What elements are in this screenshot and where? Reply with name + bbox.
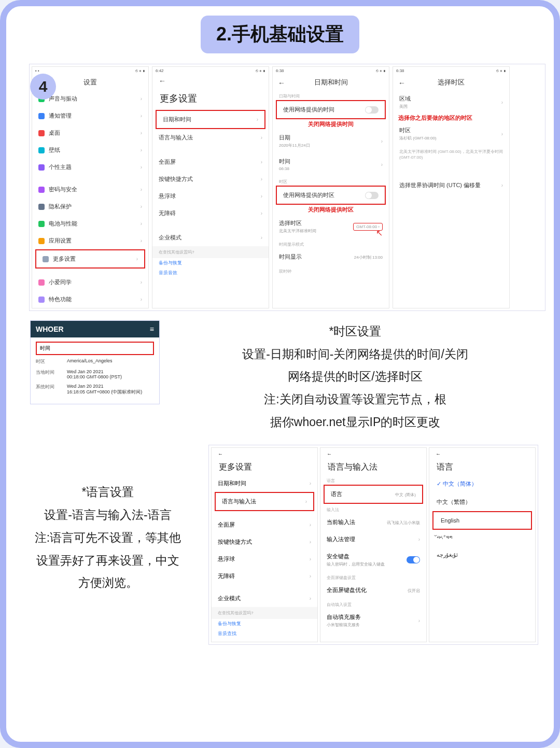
item-fullscreen[interactable]: 全面屏› xyxy=(152,153,269,171)
annotation-select-region: 选择你之后要做的地区的时区 xyxy=(393,114,509,122)
section-tz: 时区 xyxy=(273,176,389,186)
item-apps[interactable]: 应用设置› xyxy=(32,232,148,249)
item-time[interactable]: 时间06:38› xyxy=(273,153,389,176)
status-bar: 6:42⎋ ◈ ▮ xyxy=(152,67,269,75)
footer-question: 在查找其他设置吗? xyxy=(212,607,317,619)
item-region[interactable]: 区域美国› xyxy=(393,90,509,114)
item-enterprise[interactable]: 企业模式› xyxy=(212,590,317,607)
item-autofill[interactable]: 自动填充服务小米智能填充服务› xyxy=(320,609,426,632)
lang-en[interactable]: English xyxy=(433,512,531,529)
back-icon[interactable]: ← xyxy=(436,451,441,457)
link-backup[interactable]: 备份与恢复 xyxy=(212,619,317,629)
section-display: 时间显示模式 xyxy=(273,238,389,248)
item-enterprise[interactable]: 企业模式› xyxy=(152,229,269,246)
item-datetime[interactable]: 日期和时间› xyxy=(212,475,317,492)
back-icon[interactable]: ← xyxy=(278,79,285,87)
item-floatball[interactable]: 悬浮球› xyxy=(152,188,269,205)
switch-icon[interactable] xyxy=(365,106,379,114)
item-utc-offset[interactable]: 选择世界协调时间 (UTC) 偏移量› xyxy=(393,177,509,194)
menu-icon[interactable]: ≡ xyxy=(150,325,154,333)
back-icon[interactable]: ← xyxy=(398,79,405,87)
screenshot-row-2: ← 更多设置 日期和时间› 语言与输入法› 全面屏› 按键快捷方式› 悬浮球› … xyxy=(208,445,538,645)
item-shortcuts[interactable]: 按键快捷方式› xyxy=(152,171,269,188)
screen-title: 更多设置 xyxy=(212,460,317,475)
link-audio[interactable]: 音质音效 xyxy=(152,268,269,278)
phone-language-ime: ← 语言与输入法 语言 语言中文 (简体) 输入法 当前输入法讯飞输入法小米版 … xyxy=(320,447,427,642)
screen-title: 语言 xyxy=(429,460,535,475)
section-datetime: 日期与时间 xyxy=(273,90,389,100)
item-privacy[interactable]: 隐私保护› xyxy=(32,198,148,215)
timezone-explain-text: *时区设置 设置-日期和时间-关闭网络提供的时间/关闭 网络提供的时区/选择时区… xyxy=(170,320,545,433)
screen-title: ←日期和时间 xyxy=(273,75,389,90)
item-language-ime[interactable]: 语言与输入法› xyxy=(216,493,313,510)
language-explain-text: *语言设置 设置-语言与输入法-语言 注:语言可先不设置，等其他 设置弄好了再来… xyxy=(15,445,201,645)
item-datetime[interactable]: 日期和时间› xyxy=(157,111,264,128)
item-ime-manage[interactable]: 输入法管理› xyxy=(320,531,426,548)
item-battery[interactable]: 电池与性能› xyxy=(32,215,148,232)
item-special[interactable]: 特色功能› xyxy=(32,291,148,308)
tutorial-card: 2.手机基础设置 4 ▪ ▪⎋ ◈ ▮ 设置 声音与振动› 通知管理› 桌面› … xyxy=(0,0,560,748)
whoer-tab-time[interactable]: 时间 xyxy=(36,342,154,355)
item-notif[interactable]: 通知管理› xyxy=(32,107,148,124)
annotation-close-net-time: 关闭网络提供时间 xyxy=(273,119,389,129)
annotation-close-net-tz: 关闭网络提供时区 xyxy=(273,205,389,215)
settings-list: 声音与振动› 通知管理› 桌面› 壁纸› 个性主题› 密码与安全› 隐私保护› … xyxy=(32,90,148,308)
phone-settings: ▪ ▪⎋ ◈ ▮ 设置 声音与振动› 通知管理› 桌面› 壁纸› 个性主题› 密… xyxy=(32,66,149,308)
switch-icon[interactable] xyxy=(407,556,420,563)
toggle-net-tz[interactable]: 使用网络提供的时区 xyxy=(277,187,385,204)
status-bar: ▪ ▪⎋ ◈ ▮ xyxy=(32,67,148,75)
item-current-ime[interactable]: 当前输入法讯飞输入法小米版 xyxy=(320,514,426,531)
phone-datetime: 6:38⎋ ◈ ▮ ←日期和时间 日期与时间 使用网络提供的时间 关闭网络提供时… xyxy=(272,66,389,308)
screen-title: 语言与输入法 xyxy=(320,460,426,475)
highlight-language-ime: 语言与输入法› xyxy=(215,492,314,511)
back-icon[interactable]: ← xyxy=(218,451,223,457)
highlight-english: English xyxy=(432,511,532,530)
cursor-icon: ↖ xyxy=(376,228,383,238)
section-dualclock: 双时钟 xyxy=(273,265,389,275)
section-ime: 输入法 xyxy=(320,504,426,514)
phone-select-tz: 6:38⎋ ◈ ▮ ←选择时区 区域美国› 选择你之后要做的地区的时区 时区洛杉… xyxy=(393,66,510,308)
section-fullkb: 全面屏键盘设置 xyxy=(320,572,426,582)
switch-icon[interactable] xyxy=(365,192,379,199)
step-badge: 4 xyxy=(30,74,56,100)
item-floatball[interactable]: 悬浮球› xyxy=(212,551,317,568)
lang-zh-cn[interactable]: ✓ 中文（简体） xyxy=(429,475,535,493)
whoer-row-tz: 时区America/Los_Angeles xyxy=(36,356,154,367)
phone-more-settings-2: ← 更多设置 日期和时间› 语言与输入法› 全面屏› 按键快捷方式› 悬浮球› … xyxy=(211,447,318,642)
back-icon[interactable]: ← xyxy=(327,451,332,457)
item-date[interactable]: 日期2020年11月24日› xyxy=(273,129,389,153)
item-accessibility[interactable]: 无障碍› xyxy=(152,205,269,222)
item-shortcuts[interactable]: 按键快捷方式› xyxy=(212,533,317,551)
item-timezone[interactable]: 时区洛杉矶 (GMT-08:00)› xyxy=(393,122,509,146)
item-accessibility[interactable]: 无障碍› xyxy=(212,568,317,585)
link-audio[interactable]: 音质查找 xyxy=(212,629,317,639)
item-security[interactable]: 密码与安全› xyxy=(32,181,148,198)
item-theme[interactable]: 个性主题› xyxy=(32,159,148,176)
item-language-ime[interactable]: 语言与输入法› xyxy=(152,129,269,146)
section-language: *语言设置 设置-语言与输入法-语言 注:语言可先不设置，等其他 设置弄好了再来… xyxy=(15,445,545,645)
item-select-tz[interactable]: 选择时区北美太平洋标准时间 GMT-08:00 › ↖ xyxy=(273,215,389,238)
item-language[interactable]: 语言中文 (简体) xyxy=(325,486,422,503)
screenshot-row-1: ▪ ▪⎋ ◈ ▮ 设置 声音与振动› 通知管理› 桌面› 壁纸› 个性主题› 密… xyxy=(29,64,545,311)
highlight-net-time: 使用网络提供的时间 xyxy=(276,100,386,119)
footer-question: 在查找其他设置吗? xyxy=(152,246,269,258)
phone-language-list: ← 语言 ✓ 中文（简体） 中文（繁體） English བོད་ཡིག ئۇي… xyxy=(429,447,536,642)
back-icon[interactable]: ← xyxy=(159,77,166,85)
highlight-datetime: 日期和时间› xyxy=(156,110,265,129)
lang-ug[interactable]: ئۇيغۇرچە xyxy=(429,546,535,563)
item-wallpaper[interactable]: 壁纸› xyxy=(32,142,148,159)
lang-zh-tw[interactable]: 中文（繁體） xyxy=(429,493,535,511)
section-lang: 语言 xyxy=(320,475,426,485)
item-more-settings[interactable]: 更多设置› xyxy=(36,250,144,267)
item-time-display[interactable]: 时间显示24小时制 13:00 xyxy=(273,248,389,265)
whoer-row-local: 当地时间Wed Jan 20 2021 00:18:00 GMT-0800 (P… xyxy=(36,367,154,382)
link-backup[interactable]: 备份与恢复 xyxy=(152,258,269,268)
whoer-screenshot: WHOER≡ 时间 时区America/Los_Angeles 当地时间Wed … xyxy=(30,320,160,404)
item-safe-keyboard[interactable]: 安全键盘输入密码时，启用安全输入键盘 xyxy=(320,548,426,572)
toggle-net-time[interactable]: 使用网络提供的时间 xyxy=(277,101,385,118)
item-fullscreen[interactable]: 全面屏› xyxy=(212,516,317,533)
item-fullkb-opt[interactable]: 全面屏键盘优化仅开启 xyxy=(320,582,426,599)
lang-bo[interactable]: བོད་ཡིག xyxy=(429,530,535,546)
item-xiaoai[interactable]: 小爱同学› xyxy=(32,274,148,291)
item-desktop[interactable]: 桌面› xyxy=(32,124,148,142)
